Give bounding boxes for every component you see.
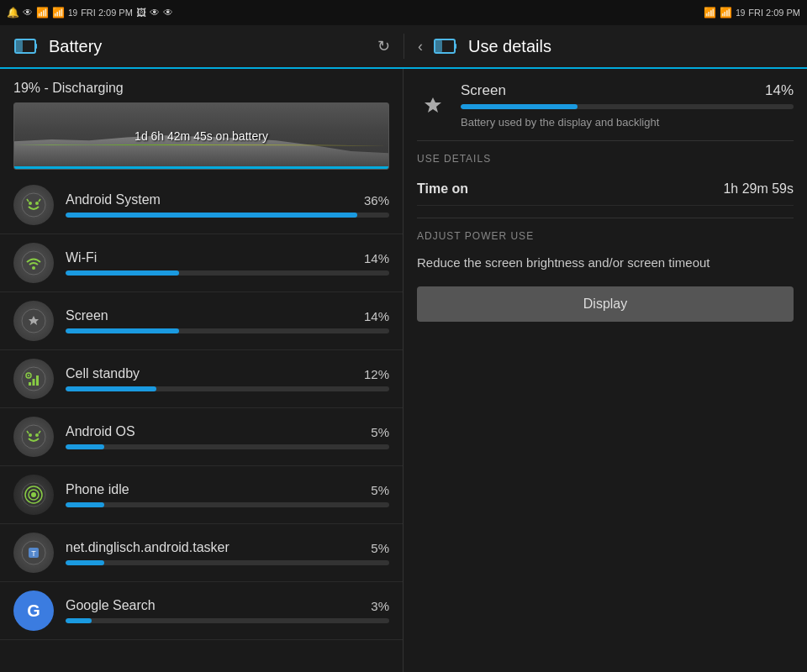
- android-system-bar-fill: [66, 213, 357, 218]
- screen-name: Screen: [66, 308, 108, 323]
- tasker-bar-fill: [66, 560, 104, 565]
- svg-rect-4: [435, 40, 442, 52]
- detail-title-row: Screen 14% Battery used by the display a…: [461, 82, 794, 129]
- detail-name: Screen: [461, 82, 506, 99]
- wifi-bar-fill: [66, 270, 179, 276]
- eye-icon-2: 👁: [150, 7, 160, 18]
- google-search-bar-fill: [66, 618, 92, 623]
- list-item[interactable]: G Google Search 3%: [0, 582, 403, 640]
- android-os-icon: [13, 417, 54, 457]
- phone-idle-icon: [13, 475, 54, 515]
- cell-standby-bar-fill: [66, 386, 156, 391]
- svg-rect-15: [29, 382, 31, 386]
- android-os-bar-fill: [66, 444, 104, 449]
- svg-point-12: [32, 266, 35, 270]
- svg-rect-2: [35, 44, 37, 49]
- photo-icon: 🖼: [136, 7, 146, 18]
- detail-title-name-row: Screen 14%: [461, 82, 794, 99]
- tasker-pct: 5%: [371, 541, 389, 555]
- display-button[interactable]: Display: [417, 286, 794, 322]
- android-os-content: Android OS 5%: [66, 424, 389, 449]
- list-item[interactable]: Screen 14%: [0, 292, 403, 350]
- adjust-power-label: ADJUST POWER USE: [417, 230, 794, 242]
- cell-standby-pct: 12%: [364, 367, 389, 381]
- battery-num-right: 19: [736, 8, 745, 18]
- cell-standby-bar: [66, 386, 389, 391]
- title-bar: Battery ↻ ‹ Use details: [0, 25, 807, 69]
- screen-pct: 14%: [364, 309, 389, 323]
- screen-icon: [13, 301, 54, 341]
- svg-rect-16: [33, 379, 35, 386]
- title-right: ‹ Use details: [404, 34, 807, 59]
- list-item[interactable]: Android OS 5%: [0, 408, 403, 466]
- android-system-pct: 36%: [364, 193, 389, 207]
- phone-idle-content: Phone idle 5%: [66, 482, 389, 507]
- google-search-bar: [66, 618, 389, 623]
- svg-rect-17: [36, 375, 39, 386]
- svg-point-20: [22, 425, 45, 449]
- right-panel: Screen 14% Battery used by the display a…: [404, 69, 807, 672]
- wifi-status-icon: 📶: [36, 7, 49, 18]
- detail-screen-icon: [417, 90, 449, 122]
- tasker-name: net.dinglisch.android.tasker: [66, 540, 229, 555]
- tasker-bar: [66, 560, 389, 565]
- svg-point-6: [22, 193, 45, 217]
- google-search-pct: 3%: [371, 599, 389, 613]
- time-right: FRI 2:09 PM: [748, 8, 800, 18]
- use-details-title: Use details: [468, 37, 551, 56]
- google-letter: G: [27, 601, 40, 621]
- phone-idle-bar: [66, 502, 389, 507]
- svg-point-22: [35, 433, 39, 437]
- eye-icon-3: 👁: [163, 7, 173, 18]
- title-left: Battery ↻: [0, 34, 404, 59]
- use-details-icon: [433, 34, 458, 59]
- phone-idle-bar-fill: [66, 502, 104, 507]
- svg-point-7: [29, 202, 32, 205]
- back-button[interactable]: ‹: [418, 38, 423, 55]
- wifi-icon: [13, 243, 54, 283]
- main-content: 19% - Discharging 1d 6h 42m 45s on batte…: [0, 69, 807, 672]
- wifi-bar: [66, 270, 389, 276]
- svg-point-28: [31, 492, 36, 497]
- list-item[interactable]: Cell standby 12%: [0, 350, 403, 408]
- phone-idle-name: Phone idle: [66, 482, 129, 497]
- battery-time-text: 1d 6h 42m 45s on battery: [134, 129, 268, 143]
- signal-right-icon: 📶: [720, 7, 732, 18]
- time-on-label: Time on: [417, 181, 468, 197]
- list-item[interactable]: T net.dinglisch.android.tasker 5%: [0, 524, 403, 582]
- google-search-name: Google Search: [66, 598, 156, 613]
- signal-icon: 📶: [52, 7, 65, 18]
- tasker-icon: T: [13, 533, 54, 573]
- battery-graph-underline: [14, 166, 388, 169]
- adjust-section: Reduce the screen brightness and/or scre…: [417, 254, 794, 322]
- wifi-pct: 14%: [364, 251, 389, 265]
- android-os-bar: [66, 444, 389, 449]
- list-item[interactable]: Wi-Fi 14%: [0, 234, 403, 292]
- detail-header: Screen 14% Battery used by the display a…: [417, 82, 794, 129]
- list-item[interactable]: Android System 36%: [0, 176, 403, 234]
- wifi-name: Wi-Fi: [66, 250, 97, 265]
- divider-1: [417, 140, 794, 141]
- battery-title: Battery: [49, 37, 102, 56]
- detail-bar-fill: [461, 104, 578, 109]
- wifi-content: Wi-Fi 14%: [66, 250, 389, 276]
- android-system-bar: [66, 213, 389, 218]
- svg-point-8: [35, 202, 39, 205]
- refresh-button[interactable]: ↻: [377, 37, 390, 55]
- svg-rect-5: [455, 44, 456, 49]
- tasker-content: net.dinglisch.android.tasker 5%: [66, 540, 389, 565]
- cell-standby-name: Cell standby: [66, 366, 140, 381]
- screen-bar: [66, 328, 389, 333]
- android-system-content: Android System 36%: [66, 192, 389, 218]
- svg-rect-1: [16, 40, 23, 52]
- google-search-content: Google Search 3%: [66, 598, 389, 623]
- battery-screen-icon: [13, 34, 39, 59]
- detail-pct: 14%: [765, 82, 794, 99]
- android-os-pct: 5%: [371, 425, 389, 439]
- status-left: 🔔 👁 📶 📶 19 FRI 2:09 PM 🖼 👁 👁: [7, 7, 173, 18]
- list-item[interactable]: Phone idle 5%: [0, 466, 403, 524]
- cell-standby-icon: [13, 359, 54, 399]
- android-os-name: Android OS: [66, 424, 135, 439]
- svg-point-21: [29, 433, 32, 437]
- detail-description: Battery used by the display and backligh…: [461, 116, 794, 129]
